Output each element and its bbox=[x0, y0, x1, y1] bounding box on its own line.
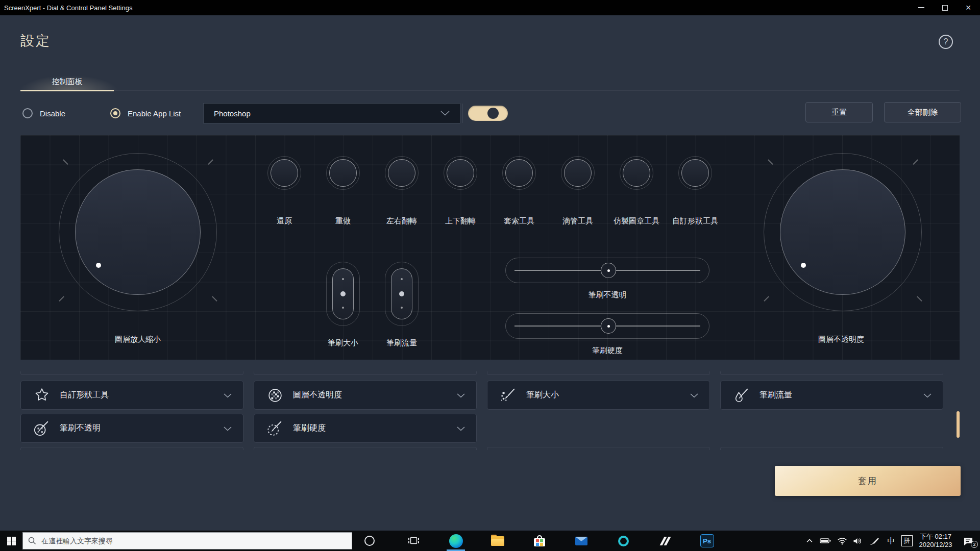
edge-icon bbox=[449, 534, 463, 548]
vslider-knob[interactable] bbox=[399, 291, 404, 296]
windows-logo-icon bbox=[7, 537, 16, 545]
brush-flow-icon bbox=[732, 386, 751, 405]
chevron-down-icon bbox=[440, 111, 450, 116]
app-list-dropdown[interactable]: Photoshop bbox=[203, 103, 460, 123]
ime-mode-button[interactable]: 拼 bbox=[900, 531, 914, 551]
chevron-down-icon[interactable] bbox=[224, 424, 232, 433]
taskbar-clock[interactable]: 下午 02:17 2020/12/23 bbox=[914, 531, 958, 551]
assignment-card-brush-hardness[interactable]: 筆刷硬度 bbox=[254, 414, 477, 443]
radio-enable-app-list[interactable]: Enable App List bbox=[110, 103, 181, 123]
apply-button[interactable]: 套用 bbox=[775, 466, 961, 496]
tray-pen[interactable] bbox=[868, 531, 881, 551]
custom-shape-icon bbox=[32, 386, 52, 405]
hslider-knob[interactable] bbox=[601, 263, 616, 278]
tab-control-panel[interactable]: 控制面板 bbox=[20, 74, 114, 90]
assignment-card-custom-shape[interactable]: 自訂形狀工具 bbox=[20, 381, 243, 410]
assignment-card-brush-size[interactable]: 筆刷大小 bbox=[487, 381, 710, 410]
scrollbar-thumb[interactable] bbox=[957, 411, 960, 438]
opera-icon bbox=[618, 536, 629, 546]
speaker-icon bbox=[853, 537, 862, 545]
brush-opacity-icon bbox=[32, 419, 52, 438]
store-icon bbox=[534, 535, 545, 546]
dial-indicator-dot bbox=[96, 263, 101, 268]
chevron-down-icon[interactable] bbox=[457, 391, 465, 400]
chevron-down-icon[interactable] bbox=[224, 391, 232, 400]
slashes-icon bbox=[659, 537, 671, 545]
radio-circle-icon bbox=[22, 108, 33, 118]
search-input[interactable] bbox=[41, 537, 347, 545]
brush-size-icon bbox=[499, 386, 518, 405]
right-dial[interactable]: 圖層不透明度 bbox=[725, 135, 960, 360]
left-dial-label: 圖層放大縮小 bbox=[79, 335, 197, 344]
tray-battery[interactable] bbox=[819, 531, 832, 551]
control-deck: 圖層放大縮小 還原 重做 左右翻轉 上下翻轉 套索工具 滴管工具 bbox=[20, 135, 960, 360]
cortana-button[interactable] bbox=[359, 531, 380, 551]
chevron-up-icon bbox=[806, 539, 813, 543]
hslider-brush-opacity[interactable]: 筆刷不透明 bbox=[505, 258, 709, 283]
ime-pinyin-icon: 拼 bbox=[901, 535, 913, 546]
page-title: 設定 bbox=[20, 32, 51, 50]
mail-icon bbox=[575, 537, 587, 545]
tray-volume[interactable] bbox=[851, 531, 864, 551]
opera-button[interactable] bbox=[613, 531, 633, 551]
brush-hardness-icon bbox=[265, 419, 285, 438]
action-center-button[interactable]: 2 bbox=[960, 531, 977, 551]
search-icon bbox=[28, 537, 36, 545]
left-dial[interactable]: 圖層放大縮小 bbox=[20, 135, 255, 360]
ime-language-button[interactable]: 中 bbox=[885, 531, 897, 551]
delete-all-button[interactable]: 全部刪除 bbox=[884, 102, 961, 122]
radio-selected-icon bbox=[110, 108, 120, 118]
task-view-icon bbox=[408, 536, 419, 545]
clock-date: 2020/12/23 bbox=[919, 541, 952, 549]
taskbar-search[interactable] bbox=[22, 532, 352, 549]
window-titlebar: ScreenXpert - Dial & Control Panel Setti… bbox=[0, 0, 980, 15]
window-title: ScreenXpert - Dial & Control Panel Setti… bbox=[4, 4, 132, 12]
mail-button[interactable] bbox=[571, 531, 592, 551]
minimize-button[interactable] bbox=[910, 0, 933, 15]
photoshop-button[interactable]: Ps bbox=[697, 531, 717, 551]
maximize-icon bbox=[942, 5, 948, 11]
slashes-app-button[interactable] bbox=[655, 531, 675, 551]
chevron-down-icon[interactable] bbox=[457, 424, 465, 433]
toggle-knob bbox=[487, 108, 499, 119]
vslider-brush-flow[interactable]: 筆刷流量 bbox=[385, 262, 419, 351]
wifi-icon bbox=[837, 537, 847, 545]
app-toggle[interactable] bbox=[468, 106, 508, 121]
clock-time: 下午 02:17 bbox=[920, 533, 951, 541]
cortana-icon bbox=[364, 536, 375, 546]
taskbar: Ps bbox=[0, 531, 980, 551]
notification-badge: 2 bbox=[971, 541, 978, 548]
maximize-button[interactable] bbox=[933, 0, 957, 15]
dial-indicator-dot bbox=[801, 263, 806, 268]
layer-opacity-icon bbox=[265, 386, 285, 405]
folder-icon bbox=[491, 536, 504, 546]
hslider-knob[interactable] bbox=[601, 318, 616, 334]
vslider-knob[interactable] bbox=[340, 291, 346, 296]
close-button[interactable]: ✕ bbox=[957, 0, 980, 15]
minimize-icon bbox=[918, 7, 924, 8]
file-explorer-button[interactable] bbox=[487, 531, 508, 551]
right-dial-label: 圖層不透明度 bbox=[782, 335, 900, 344]
vslider-brush-size[interactable]: 筆刷大小 bbox=[326, 262, 360, 351]
task-view-button[interactable] bbox=[403, 531, 424, 551]
assignment-card-brush-flow[interactable]: 筆刷流量 bbox=[720, 381, 943, 410]
deck-button-custom-shape-tool[interactable]: 自訂形狀工具 bbox=[666, 156, 724, 233]
photoshop-icon: Ps bbox=[700, 534, 714, 547]
settings-window: 設定 ? 控制面板 Disable Enable App List Photos… bbox=[0, 15, 980, 531]
assignment-card-layer-opacity[interactable]: 圖層不透明度 bbox=[254, 381, 477, 410]
edge-browser-button[interactable] bbox=[446, 531, 466, 551]
help-button[interactable]: ? bbox=[939, 35, 953, 49]
pen-icon bbox=[870, 537, 879, 545]
ms-store-button[interactable] bbox=[529, 531, 550, 551]
radio-disable[interactable]: Disable bbox=[22, 103, 65, 123]
dial-knob[interactable] bbox=[780, 169, 905, 295]
tray-expand-button[interactable] bbox=[804, 531, 815, 551]
start-button[interactable] bbox=[0, 531, 22, 551]
dial-knob[interactable] bbox=[75, 169, 201, 295]
assignment-card-brush-opacity[interactable]: 筆刷不透明 bbox=[20, 414, 243, 443]
tray-wifi[interactable] bbox=[836, 531, 848, 551]
hslider-brush-hardness[interactable]: 筆刷硬度 bbox=[505, 313, 709, 339]
reset-button[interactable]: 重置 bbox=[805, 102, 873, 122]
chevron-down-icon[interactable] bbox=[923, 391, 932, 400]
chevron-down-icon[interactable] bbox=[690, 391, 698, 400]
